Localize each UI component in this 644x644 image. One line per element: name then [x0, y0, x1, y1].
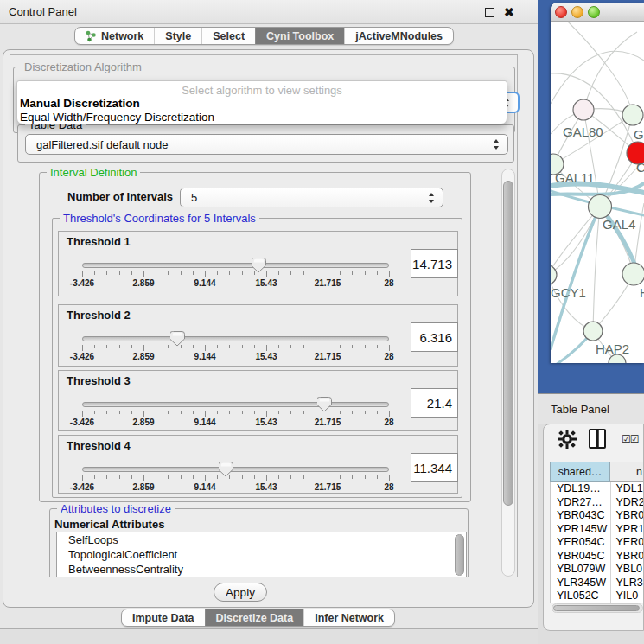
minimize-traffic-light-icon[interactable]	[571, 6, 583, 18]
numerical-attributes-title: Numerical Attributes	[54, 518, 164, 531]
network-node-gcy1[interactable]	[551, 265, 557, 284]
group-title: Attributes to discretize	[57, 502, 175, 515]
network-node-gal80[interactable]	[573, 99, 594, 120]
table-row[interactable]: YBR045CYBR0	[551, 550, 644, 564]
apply-button[interactable]: Apply	[214, 583, 267, 602]
cell-shared-name[interactable]: YDR27…	[551, 496, 610, 510]
threshold-slider-track[interactable]	[82, 263, 389, 268]
number-of-intervals-combo[interactable]: 5	[180, 188, 443, 207]
network-node-node-top-right[interactable]	[622, 105, 643, 125]
slider-tick	[119, 345, 120, 348]
settings-gear-icon[interactable]	[558, 430, 577, 451]
table-row[interactable]: YLR345WYLR3	[551, 577, 644, 590]
table-row[interactable]: YER054CYER0	[551, 536, 644, 550]
table-row[interactable]: YDR27…YDR2	[551, 496, 644, 510]
cell-shared-name[interactable]: YDL19…	[551, 482, 610, 496]
cell-name[interactable]: YDR2	[610, 496, 644, 510]
network-node-hap2[interactable]	[583, 322, 603, 341]
attribute-item-selfloops[interactable]: SelfLoops	[57, 532, 466, 547]
close-icon[interactable]: ✖	[504, 4, 514, 20]
threshold-slider-track[interactable]	[82, 467, 389, 472]
tab-network[interactable]: Network	[75, 28, 154, 44]
stepper-arrows-icon	[428, 193, 436, 203]
settings-scrollbar-thumb[interactable]	[503, 181, 513, 506]
cell-shared-name[interactable]: YER054C	[551, 536, 610, 550]
table-data-combo[interactable]: galFiltered.sif default node	[25, 134, 508, 155]
cell-name[interactable]: YLR3	[610, 577, 644, 590]
threshold-slider-thumb[interactable]	[317, 396, 332, 415]
cell-name[interactable]: YBL0	[610, 563, 644, 577]
table-row[interactable]: YBL079WYBL0	[551, 563, 644, 577]
cell-name[interactable]: YIL0	[610, 590, 644, 603]
cell-name[interactable]: YDL1	[610, 482, 644, 496]
close-traffic-light-icon[interactable]	[555, 6, 567, 18]
slider-tick-label: -3.426	[63, 418, 101, 427]
network-edge[interactable]	[551, 207, 600, 275]
cell-shared-name[interactable]: YBR045C	[551, 550, 610, 564]
threshold-slider-track[interactable]	[82, 402, 389, 407]
threshold-label: Threshold 2	[67, 309, 131, 322]
threshold-slider-thumb[interactable]	[170, 330, 185, 349]
tab-jactivemnodules[interactable]: jActiveMNodules	[344, 28, 453, 44]
cell-name[interactable]: YPR1	[610, 523, 644, 537]
threshold-slider-thumb[interactable]	[252, 257, 266, 276]
attributes-list-scrollbar[interactable]	[455, 534, 464, 576]
cell-name[interactable]: YBR0	[610, 550, 644, 564]
cell-shared-name[interactable]: YBR043C	[551, 509, 610, 523]
cell-shared-name[interactable]: YPR145W	[551, 523, 610, 537]
column-header-name[interactable]: n	[610, 462, 644, 482]
tab-impute-data[interactable]: Impute Data	[122, 609, 205, 626]
threshold-value-input[interactable]: 14.713	[411, 249, 458, 278]
cell-name[interactable]: YER0	[610, 536, 644, 550]
network-edge[interactable]	[551, 207, 600, 275]
network-edge[interactable]	[551, 51, 644, 104]
attribute-item-topologicalcoefficient[interactable]: TopologicalCoefficient	[57, 547, 466, 562]
slider-tick	[193, 345, 194, 348]
network-node-node-h[interactable]	[622, 263, 644, 285]
slider-tick	[242, 475, 243, 479]
cell-shared-name[interactable]: YBL079W	[551, 563, 610, 577]
network-view-canvas[interactable]: GAL80G.CGAL11GAL4GCY1HHAP2	[551, 22, 644, 363]
network-edge[interactable]	[593, 207, 600, 331]
bottom-tab-bar: Impute DataDiscretize DataInfer Network	[121, 609, 395, 627]
zoom-traffic-light-icon[interactable]	[588, 6, 600, 18]
tab-infer-network[interactable]: Infer Network	[303, 609, 394, 626]
split-columns-icon[interactable]	[589, 429, 606, 449]
tab-discretize-data[interactable]: Discretize Data	[205, 609, 304, 626]
table-row[interactable]: YIL052CYIL0	[551, 590, 644, 603]
table-row[interactable]: YBR043CYBR0	[551, 509, 644, 523]
slider-tick	[316, 475, 316, 479]
attribute-item-betweennesscentrality[interactable]: BetweennessCentrality	[57, 562, 466, 577]
threshold-value-input[interactable]: 6.316	[411, 322, 458, 352]
threshold-label: Threshold 3	[67, 374, 131, 387]
cell-shared-name[interactable]: YIL052C	[551, 590, 610, 603]
select-columns-icon[interactable]: ☑☑	[622, 433, 639, 445]
tab-cyni-toolbox[interactable]: Cyni Toolbox	[255, 28, 344, 44]
slider-tick	[106, 411, 107, 414]
popup-option-equal-width-frequency[interactable]: Equal Width/Frequency Discretization	[20, 111, 214, 124]
tab-style[interactable]: Style	[154, 28, 201, 44]
cell-shared-name[interactable]: YLR345W	[551, 577, 610, 590]
slider-tick	[217, 345, 218, 348]
network-graph[interactable]: GAL80G.CGAL11GAL4GCY1HHAP2	[551, 22, 644, 363]
table-row[interactable]: YDL19…YDL1	[551, 482, 644, 496]
table-hscrollbar-thumb[interactable]	[553, 605, 640, 611]
slider-tick-label: 21.715	[309, 278, 347, 288]
slider-tick	[278, 271, 279, 275]
threshold-value-input[interactable]: 21.4	[411, 388, 458, 418]
table-row[interactable]: YPR145WYPR1	[551, 523, 644, 537]
popup-option-manual-discretization[interactable]: Manual Discretization	[20, 97, 140, 110]
cell-name[interactable]: YBR0	[610, 509, 644, 523]
column-header-shared[interactable]: shared…	[550, 462, 610, 482]
network-edge[interactable]	[553, 115, 633, 164]
float-window-icon[interactable]	[485, 8, 494, 17]
numerical-attributes-list[interactable]: SelfLoopsTopologicalCoefficientBetweenne…	[56, 532, 467, 577]
threshold-value-input[interactable]: 11.344	[411, 453, 458, 482]
table-hscrollbar-track[interactable]	[552, 603, 643, 613]
slider-tick	[389, 345, 390, 351]
threshold-slider-track[interactable]	[82, 336, 389, 341]
tab-select[interactable]: Select	[201, 28, 255, 44]
threshold-slider-thumb[interactable]	[219, 461, 233, 480]
network-window-titlebar[interactable]	[551, 3, 644, 22]
network-node-gal4[interactable]	[589, 195, 612, 219]
